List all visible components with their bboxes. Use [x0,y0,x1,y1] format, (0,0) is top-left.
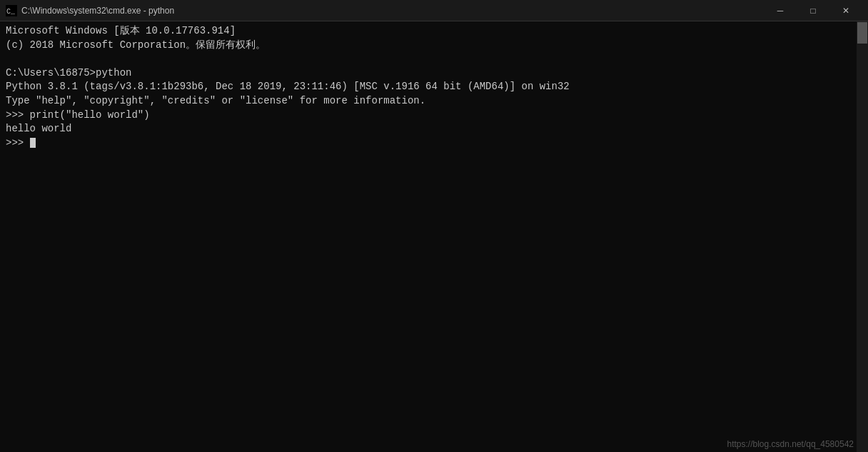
maximize-button[interactable]: □ [797,0,829,21]
line-output: hello world [6,122,862,136]
line-python-ver: Python 3.8.1 (tags/v3.8.1:1b293b6, Dec 1… [6,80,862,94]
cursor [30,138,36,148]
line-prompt2: >>> print("hello world") [6,109,862,123]
window-controls: ─ □ ✕ [764,0,862,21]
line-prompt3: >>> [6,136,862,151]
console-area[interactable]: Microsoft Windows [版本 10.0.17763.914] (c… [0,21,868,452]
line-blank1 [6,52,862,66]
cmd-window: C_ C:\Windows\system32\cmd.exe - python … [0,0,868,452]
scrollbar-thumb[interactable] [857,22,867,44]
watermark: https://blog.csdn.net/qq_4580542 [727,439,854,449]
scrollbar[interactable] [857,21,868,452]
minimize-button[interactable]: ─ [764,0,797,21]
line-help: Type "help", "copyright", "credits" or "… [6,94,862,109]
cmd-icon: C_ [6,5,17,16]
close-button[interactable]: ✕ [829,0,862,21]
line-prompt1: C:\Users\16875>python [6,66,862,81]
title-bar: C_ C:\Windows\system32\cmd.exe - python … [0,0,868,21]
line-win-ver: Microsoft Windows [版本 10.0.17763.914] [6,24,862,39]
window-title: C:\Windows\system32\cmd.exe - python [21,6,764,16]
line-copyright: (c) 2018 Microsoft Corporation。保留所有权利。 [6,39,862,53]
svg-text:C_: C_ [6,8,16,16]
